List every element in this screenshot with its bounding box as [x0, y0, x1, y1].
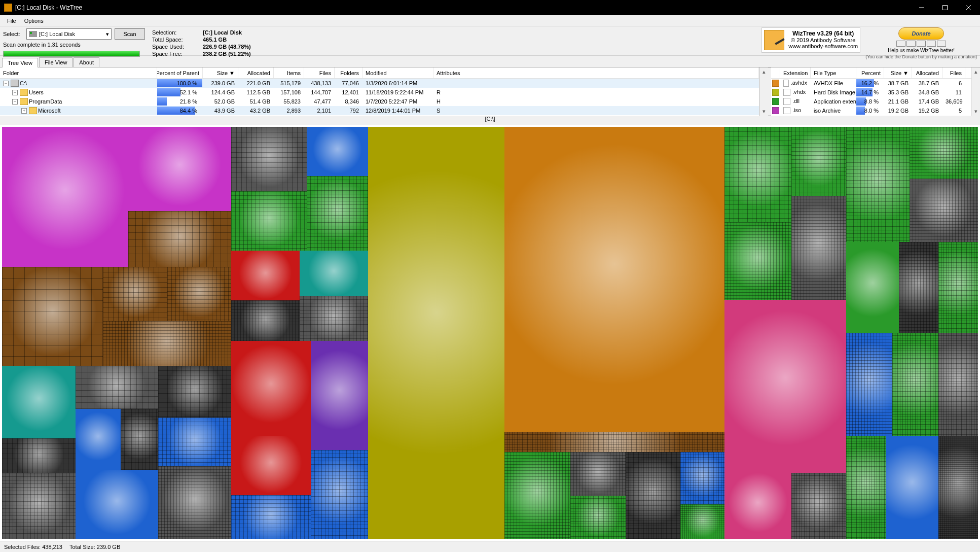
maximize-button[interactable]: [933, 0, 957, 15]
minimize-button[interactable]: [910, 0, 933, 15]
treemap-block[interactable]: [76, 366, 158, 409]
table-row[interactable]: .sysSystem file7.6 %18.2 GB17.9 GB2,445: [771, 115, 971, 116]
treemap-block[interactable]: [846, 333, 892, 436]
treemap-block[interactable]: [2, 366, 76, 438]
col-size[interactable]: Size ▼: [203, 67, 238, 78]
treemap-block[interactable]: [2, 127, 128, 267]
expand-toggle[interactable]: −: [12, 90, 18, 95]
tab-file-view[interactable]: File View: [39, 57, 72, 67]
col-pct[interactable]: Percent of Parent: [157, 67, 203, 78]
treemap-block[interactable]: [167, 267, 232, 321]
col-ext[interactable]: Extension: [780, 67, 811, 78]
drive-select[interactable]: [C:] Local Disk ▾: [26, 28, 112, 40]
scroll-down-icon[interactable]: ▾: [760, 107, 768, 116]
treemap-block[interactable]: [910, 127, 978, 179]
col-attr[interactable]: Attributes: [433, 67, 759, 78]
treemap-block[interactable]: [791, 127, 846, 196]
treemap-block[interactable]: [368, 127, 505, 539]
col-ext-pct[interactable]: Percent: [856, 67, 884, 78]
treemap-block[interactable]: [158, 366, 232, 418]
treemap-block[interactable]: [158, 418, 232, 466]
expand-toggle[interactable]: −: [12, 99, 18, 105]
treemap-block[interactable]: [886, 436, 938, 539]
treemap-block[interactable]: [680, 452, 724, 504]
treemap-block[interactable]: [128, 211, 232, 267]
treemap-block[interactable]: [724, 222, 791, 300]
treemap-block[interactable]: [128, 127, 232, 211]
expand-toggle[interactable]: +: [21, 108, 27, 114]
table-row[interactable]: +Microsoft84.4 %43.9 GB43.2 GB2,8932,101…: [0, 106, 759, 115]
col-modified[interactable]: Modified: [362, 67, 433, 78]
table-row[interactable]: .avhdxAVHDX File16.2 %38.7 GB38.7 GB6: [771, 79, 971, 88]
table-row[interactable]: +Windows97.9 %43.0 GB42.5 GB1,9931,40658…: [0, 115, 759, 116]
treemap-block[interactable]: [938, 333, 978, 436]
treemap-block[interactable]: [231, 127, 306, 191]
treemap-block[interactable]: [846, 242, 899, 333]
treemap-block[interactable]: [231, 191, 306, 251]
table-row[interactable]: .dllApplication extens8.8 %21.1 GB17.4 G…: [771, 97, 971, 106]
treemap-block[interactable]: [300, 296, 368, 341]
treemap-block[interactable]: [103, 267, 167, 321]
treemap-block[interactable]: [158, 466, 232, 539]
donate-button[interactable]: Donate: [898, 27, 944, 40]
treemap-block[interactable]: [311, 341, 368, 450]
treemap-block[interactable]: [311, 450, 368, 539]
col-ext-alloc[interactable]: Allocated: [912, 67, 942, 78]
treemap-block[interactable]: [938, 242, 978, 333]
col-items[interactable]: Items: [274, 67, 304, 78]
treemap-block[interactable]: [231, 300, 300, 341]
treemap-block[interactable]: [121, 409, 158, 469]
treemap-block[interactable]: [938, 436, 978, 539]
treemap-block[interactable]: [231, 341, 310, 436]
treemap-block[interactable]: [570, 496, 625, 539]
treemap-block[interactable]: [846, 436, 886, 539]
treemap-block[interactable]: [307, 176, 368, 250]
treemap-block[interactable]: [231, 436, 310, 495]
menu-options[interactable]: Options: [20, 17, 48, 25]
treemap-block[interactable]: [724, 300, 847, 473]
treemap-block[interactable]: [2, 438, 76, 473]
treemap-block[interactable]: [892, 333, 938, 436]
treemap-block[interactable]: [724, 127, 791, 222]
treemap-block[interactable]: [504, 432, 724, 453]
treemap-block[interactable]: [2, 473, 76, 539]
col-type[interactable]: File Type: [811, 67, 856, 78]
treemap-block[interactable]: [504, 127, 724, 432]
table-row[interactable]: .vhdxHard Disk Image Fi14.7 %35.3 GB34.8…: [771, 88, 971, 97]
treemap-block[interactable]: [570, 452, 625, 495]
treemap-block[interactable]: [791, 196, 846, 300]
col-alloc[interactable]: Allocated: [238, 67, 274, 78]
close-button[interactable]: [957, 0, 980, 15]
tab-about[interactable]: About: [74, 57, 99, 67]
col-ext-size[interactable]: Size ▼: [884, 67, 912, 78]
menu-file[interactable]: File: [3, 17, 20, 25]
col-files[interactable]: Files: [304, 67, 335, 78]
treemap-block[interactable]: [910, 179, 978, 242]
folder-scroll[interactable]: ▴ ▾: [759, 67, 768, 116]
treemap-block[interactable]: [724, 473, 791, 539]
scroll-up-icon[interactable]: ▴: [972, 67, 980, 76]
treemap-block[interactable]: [231, 251, 300, 300]
table-row[interactable]: −C:\100.0 %239.0 GB221.0 GB515,179438,13…: [0, 79, 759, 88]
table-row[interactable]: −Users52.1 %124.4 GB112.5 GB157,108144,7…: [0, 88, 759, 97]
col-folders[interactable]: Folders: [335, 67, 362, 78]
treemap-block[interactable]: [300, 251, 368, 296]
scan-button[interactable]: Scan: [115, 28, 145, 40]
treemap-block[interactable]: [307, 127, 368, 176]
ext-scroll[interactable]: ▴ ▾: [971, 67, 980, 116]
treemap-block[interactable]: [76, 409, 121, 469]
scroll-up-icon[interactable]: ▴: [760, 67, 768, 76]
treemap-block[interactable]: [626, 452, 680, 539]
scroll-down-icon[interactable]: ▾: [972, 107, 980, 116]
treemap-block[interactable]: [2, 267, 103, 366]
treemap-block[interactable]: [76, 470, 158, 539]
table-row[interactable]: −ProgramData21.8 %52.0 GB51.4 GB55,82347…: [0, 97, 759, 106]
col-ext-files[interactable]: Files: [942, 67, 965, 78]
treemap-block[interactable]: [899, 242, 938, 333]
treemap[interactable]: [0, 125, 980, 541]
expand-toggle[interactable]: −: [3, 81, 9, 86]
tab-tree-view[interactable]: Tree View: [2, 58, 38, 67]
treemap-block[interactable]: [231, 495, 310, 539]
treemap-block[interactable]: [504, 452, 570, 539]
brand-url[interactable]: www.antibody-software.com: [788, 43, 858, 49]
